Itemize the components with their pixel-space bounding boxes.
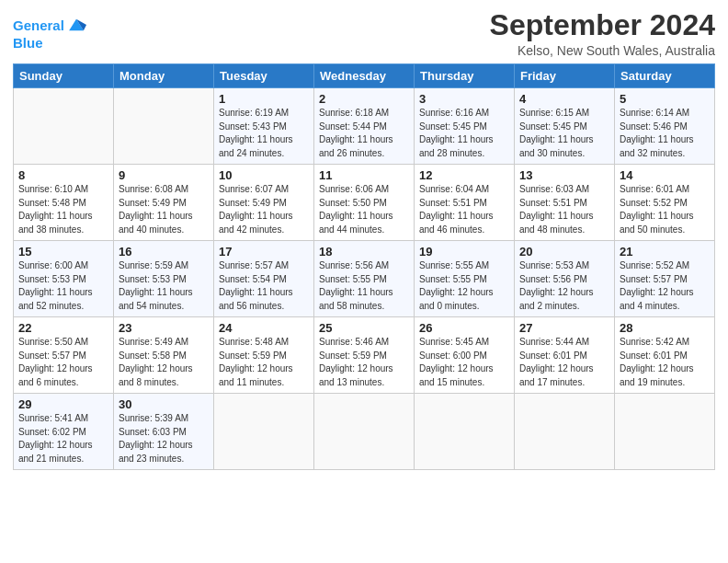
calendar-cell: 19Sunrise: 5:55 AMSunset: 5:55 PMDayligh… <box>415 241 515 317</box>
day-number: 13 <box>519 168 609 182</box>
day-number: 24 <box>219 321 309 335</box>
calendar-cell <box>114 88 214 165</box>
calendar-cell: 25Sunrise: 5:46 AMSunset: 5:59 PMDayligh… <box>314 317 415 394</box>
calendar-header-row: SundayMondayTuesdayWednesdayThursdayFrid… <box>14 64 715 88</box>
calendar-body: 1Sunrise: 6:19 AMSunset: 5:43 PMDaylight… <box>14 88 715 470</box>
day-number: 16 <box>119 245 209 259</box>
day-number: 26 <box>419 321 509 335</box>
calendar-cell: 16Sunrise: 5:59 AMSunset: 5:53 PMDayligh… <box>114 241 214 317</box>
day-number: 1 <box>219 92 309 106</box>
col-header-monday: Monday <box>114 64 214 88</box>
day-number: 5 <box>620 92 710 106</box>
day-number: 18 <box>319 245 409 259</box>
day-number: 20 <box>519 245 609 259</box>
calendar-cell: 28Sunrise: 5:42 AMSunset: 6:01 PMDayligh… <box>615 317 715 394</box>
day-info: Sunrise: 6:03 AMSunset: 5:51 PMDaylight:… <box>519 183 609 236</box>
calendar-cell: 1Sunrise: 6:19 AMSunset: 5:43 PMDaylight… <box>214 88 314 165</box>
calendar-cell: 26Sunrise: 5:45 AMSunset: 6:00 PMDayligh… <box>415 317 515 394</box>
day-number: 12 <box>419 168 509 182</box>
day-info: Sunrise: 5:45 AMSunset: 6:00 PMDaylight:… <box>419 336 509 389</box>
day-info: Sunrise: 6:01 AMSunset: 5:52 PMDaylight:… <box>620 183 710 236</box>
day-info: Sunrise: 6:10 AMSunset: 5:48 PMDaylight:… <box>18 183 108 236</box>
day-number: 30 <box>119 397 209 411</box>
day-info: Sunrise: 6:08 AMSunset: 5:49 PMDaylight:… <box>119 183 209 236</box>
day-number: 22 <box>18 321 108 335</box>
calendar-cell: 5Sunrise: 6:14 AMSunset: 5:46 PMDaylight… <box>615 88 715 165</box>
day-info: Sunrise: 5:50 AMSunset: 5:57 PMDaylight:… <box>18 336 108 389</box>
calendar-cell <box>214 394 314 470</box>
col-header-friday: Friday <box>515 64 615 88</box>
day-info: Sunrise: 6:16 AMSunset: 5:45 PMDaylight:… <box>419 107 509 160</box>
day-info: Sunrise: 5:42 AMSunset: 6:01 PMDaylight:… <box>620 336 710 389</box>
day-info: Sunrise: 5:39 AMSunset: 6:03 PMDaylight:… <box>119 412 209 465</box>
calendar-cell: 2Sunrise: 6:18 AMSunset: 5:44 PMDaylight… <box>314 88 415 165</box>
calendar-week-2: 15Sunrise: 6:00 AMSunset: 5:53 PMDayligh… <box>14 241 715 317</box>
calendar-cell: 8Sunrise: 6:10 AMSunset: 5:48 PMDaylight… <box>14 165 114 241</box>
calendar-cell: 27Sunrise: 5:44 AMSunset: 6:01 PMDayligh… <box>515 317 615 394</box>
header: General Blue September 2024 Kelso, New S… <box>13 9 715 58</box>
day-info: Sunrise: 5:53 AMSunset: 5:56 PMDaylight:… <box>519 259 609 313</box>
calendar-cell: 23Sunrise: 5:49 AMSunset: 5:58 PMDayligh… <box>114 317 214 394</box>
day-info: Sunrise: 5:41 AMSunset: 6:02 PMDaylight:… <box>18 412 108 465</box>
calendar-cell: 17Sunrise: 5:57 AMSunset: 5:54 PMDayligh… <box>214 241 314 317</box>
logo-icon <box>66 15 86 35</box>
calendar-cell: 11Sunrise: 6:06 AMSunset: 5:50 PMDayligh… <box>314 165 415 241</box>
page: General Blue September 2024 Kelso, New S… <box>0 0 728 563</box>
calendar-cell <box>14 88 114 165</box>
day-info: Sunrise: 6:19 AMSunset: 5:43 PMDaylight:… <box>219 107 309 160</box>
calendar-cell: 24Sunrise: 5:48 AMSunset: 5:59 PMDayligh… <box>214 317 314 394</box>
calendar-cell: 21Sunrise: 5:52 AMSunset: 5:57 PMDayligh… <box>615 241 715 317</box>
calendar-cell: 22Sunrise: 5:50 AMSunset: 5:57 PMDayligh… <box>14 317 114 394</box>
day-number: 19 <box>419 245 509 259</box>
col-header-thursday: Thursday <box>415 64 515 88</box>
day-number: 29 <box>18 397 108 411</box>
col-header-sunday: Sunday <box>14 64 114 88</box>
logo-blue: Blue <box>13 35 86 51</box>
logo-text: General <box>13 18 64 34</box>
calendar-cell: 9Sunrise: 6:08 AMSunset: 5:49 PMDaylight… <box>114 165 214 241</box>
day-number: 27 <box>519 321 609 335</box>
day-info: Sunrise: 5:52 AMSunset: 5:57 PMDaylight:… <box>620 259 710 313</box>
day-info: Sunrise: 5:49 AMSunset: 5:58 PMDaylight:… <box>119 336 209 389</box>
day-info: Sunrise: 5:56 AMSunset: 5:55 PMDaylight:… <box>319 259 409 313</box>
day-info: Sunrise: 5:44 AMSunset: 6:01 PMDaylight:… <box>519 336 609 389</box>
calendar-cell: 29Sunrise: 5:41 AMSunset: 6:02 PMDayligh… <box>14 394 114 470</box>
calendar-cell: 14Sunrise: 6:01 AMSunset: 5:52 PMDayligh… <box>615 165 715 241</box>
day-info: Sunrise: 6:14 AMSunset: 5:46 PMDaylight:… <box>620 107 710 160</box>
calendar-cell <box>515 394 615 470</box>
calendar-week-4: 29Sunrise: 5:41 AMSunset: 6:02 PMDayligh… <box>14 394 715 470</box>
day-info: Sunrise: 6:00 AMSunset: 5:53 PMDaylight:… <box>18 259 108 313</box>
calendar-cell <box>615 394 715 470</box>
calendar-week-3: 22Sunrise: 5:50 AMSunset: 5:57 PMDayligh… <box>14 317 715 394</box>
title-block: September 2024 Kelso, New South Wales, A… <box>490 9 715 58</box>
calendar-cell: 3Sunrise: 6:16 AMSunset: 5:45 PMDaylight… <box>415 88 515 165</box>
day-info: Sunrise: 5:46 AMSunset: 5:59 PMDaylight:… <box>319 336 409 389</box>
logo: General Blue <box>13 15 86 51</box>
calendar-cell <box>314 394 415 470</box>
day-number: 28 <box>620 321 710 335</box>
calendar-cell: 12Sunrise: 6:04 AMSunset: 5:51 PMDayligh… <box>415 165 515 241</box>
calendar-week-0: 1Sunrise: 6:19 AMSunset: 5:43 PMDaylight… <box>14 88 715 165</box>
page-title: September 2024 <box>490 9 715 41</box>
page-subtitle: Kelso, New South Wales, Australia <box>490 43 715 58</box>
col-header-tuesday: Tuesday <box>214 64 314 88</box>
day-number: 17 <box>219 245 309 259</box>
day-number: 10 <box>219 168 309 182</box>
day-number: 11 <box>319 168 409 182</box>
calendar-cell <box>415 394 515 470</box>
calendar-cell: 10Sunrise: 6:07 AMSunset: 5:49 PMDayligh… <box>214 165 314 241</box>
day-number: 9 <box>119 168 209 182</box>
day-number: 23 <box>119 321 209 335</box>
day-info: Sunrise: 6:15 AMSunset: 5:45 PMDaylight:… <box>519 107 609 160</box>
day-info: Sunrise: 6:18 AMSunset: 5:44 PMDaylight:… <box>319 107 409 160</box>
day-info: Sunrise: 5:59 AMSunset: 5:53 PMDaylight:… <box>119 259 209 313</box>
day-info: Sunrise: 6:06 AMSunset: 5:50 PMDaylight:… <box>319 183 409 236</box>
day-number: 15 <box>18 245 108 259</box>
day-number: 2 <box>319 92 409 106</box>
day-number: 25 <box>319 321 409 335</box>
calendar-cell: 18Sunrise: 5:56 AMSunset: 5:55 PMDayligh… <box>314 241 415 317</box>
calendar-table: SundayMondayTuesdayWednesdayThursdayFrid… <box>13 63 715 470</box>
day-info: Sunrise: 5:57 AMSunset: 5:54 PMDaylight:… <box>219 259 309 313</box>
calendar-cell: 20Sunrise: 5:53 AMSunset: 5:56 PMDayligh… <box>515 241 615 317</box>
calendar-cell: 4Sunrise: 6:15 AMSunset: 5:45 PMDaylight… <box>515 88 615 165</box>
